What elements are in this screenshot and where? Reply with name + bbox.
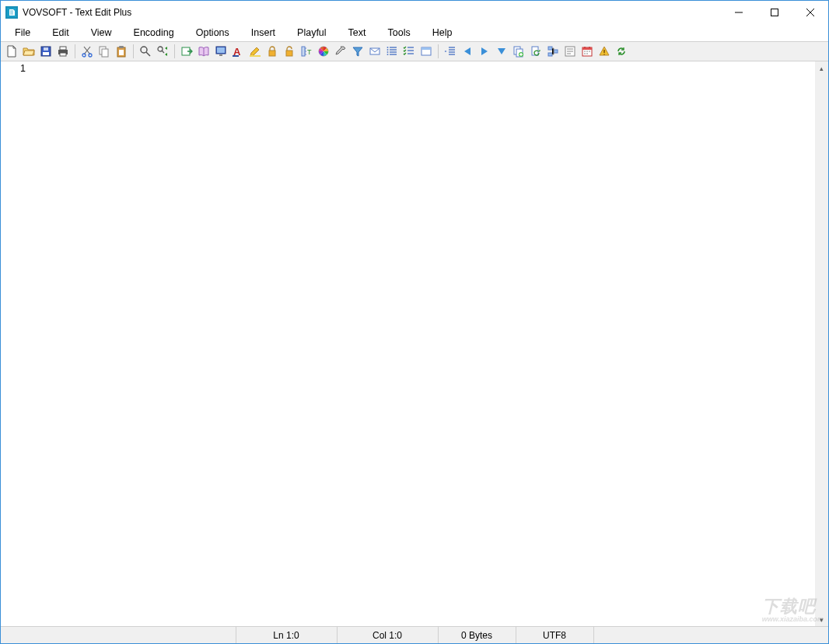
svg-rect-40 <box>548 47 552 50</box>
filter-icon[interactable] <box>350 44 366 59</box>
status-line: Ln 1:0 <box>236 627 337 643</box>
status-empty <box>1 627 236 643</box>
svg-rect-11 <box>102 49 108 57</box>
svg-rect-3 <box>43 52 49 55</box>
status-bytes: 0 Bytes <box>438 627 516 643</box>
lock-icon[interactable] <box>264 44 280 59</box>
toolbar-separator <box>75 44 75 58</box>
cut-icon[interactable] <box>79 44 95 59</box>
svg-text:T: T <box>307 48 312 56</box>
status-encoding: UTF8 <box>516 627 593 643</box>
editor-area: 1 ▴ ▾ 下载吧 www.xiazaiba.com <box>1 61 828 626</box>
svg-rect-26 <box>302 47 305 56</box>
calendar-icon[interactable] <box>579 44 595 59</box>
window-icon[interactable] <box>418 44 434 59</box>
ruler-icon[interactable]: T <box>299 44 314 59</box>
list-icon[interactable] <box>384 44 400 59</box>
app-icon <box>5 6 18 19</box>
text-editor[interactable] <box>32 61 815 626</box>
svg-point-15 <box>141 47 147 53</box>
svg-rect-25 <box>286 51 292 56</box>
eyedropper-icon[interactable] <box>333 44 348 59</box>
svg-rect-45 <box>582 47 592 50</box>
maximize-button[interactable] <box>757 1 792 24</box>
export-icon[interactable] <box>179 44 194 59</box>
svg-point-30 <box>387 47 389 48</box>
scroll-up-icon[interactable]: ▴ <box>815 61 828 75</box>
highlight-icon[interactable] <box>247 44 263 59</box>
svg-rect-41 <box>554 50 558 53</box>
right-arrow-icon[interactable] <box>477 44 492 59</box>
svg-rect-13 <box>119 46 124 48</box>
checklist-icon[interactable] <box>401 44 417 59</box>
save-icon[interactable] <box>38 44 54 59</box>
svg-point-9 <box>89 54 92 57</box>
svg-rect-14 <box>119 50 124 55</box>
menu-text[interactable]: Text <box>338 26 377 40</box>
svg-rect-42 <box>548 53 552 56</box>
status-bar: Ln 1:0 Col 1:0 0 Bytes UTF8 <box>1 626 828 643</box>
menu-encoding[interactable]: Encoding <box>123 26 185 40</box>
paste-icon[interactable] <box>114 44 129 59</box>
menu-view[interactable]: View <box>80 26 123 40</box>
svg-point-31 <box>387 49 389 51</box>
toolbar-separator <box>174 44 175 58</box>
monitor-icon[interactable] <box>213 44 229 59</box>
svg-point-8 <box>82 54 86 57</box>
down-arrow-icon[interactable] <box>494 44 509 59</box>
form-icon[interactable] <box>562 44 578 59</box>
print-icon[interactable] <box>55 44 71 59</box>
menu-tools[interactable]: Tools <box>377 26 421 40</box>
unlock-icon[interactable] <box>282 44 297 59</box>
indent-icon[interactable] <box>442 44 458 59</box>
menu-edit[interactable]: Edit <box>41 26 80 40</box>
svg-point-32 <box>387 51 389 53</box>
window-title: VOVSOFT - Text Edit Plus <box>23 7 131 18</box>
title-bar[interactable]: VOVSOFT - Text Edit Plus <box>1 1 828 24</box>
status-empty2 <box>593 627 829 643</box>
svg-rect-24 <box>269 51 275 56</box>
book-icon[interactable] <box>196 44 212 59</box>
vertical-scrollbar[interactable]: ▴ ▾ <box>815 61 828 626</box>
status-col: Col 1:0 <box>337 627 438 643</box>
scroll-track[interactable] <box>815 75 828 613</box>
find-icon[interactable] <box>138 44 153 59</box>
toolbar-separator <box>438 44 439 58</box>
font-icon[interactable]: A <box>230 44 246 59</box>
scroll-down-icon[interactable]: ▾ <box>815 613 828 626</box>
toolbar-separator <box>133 44 134 58</box>
refresh-icon[interactable] <box>614 44 629 59</box>
svg-rect-35 <box>421 47 431 50</box>
svg-rect-23 <box>250 55 261 57</box>
open-file-icon[interactable] <box>21 44 37 59</box>
svg-rect-6 <box>60 47 66 50</box>
mail-icon[interactable] <box>367 44 383 59</box>
svg-rect-1 <box>771 9 778 16</box>
svg-rect-22 <box>233 55 239 57</box>
svg-point-46 <box>603 54 605 55</box>
menu-file[interactable]: File <box>4 26 41 40</box>
left-arrow-icon[interactable] <box>460 44 475 59</box>
new-file-icon[interactable] <box>4 44 19 59</box>
app-window: VOVSOFT - Text Edit Plus File Edit View … <box>0 0 829 644</box>
copy-icon[interactable] <box>96 44 112 59</box>
menu-options[interactable]: Options <box>185 26 240 40</box>
line-number: 1 <box>1 63 26 74</box>
warning-icon[interactable] <box>596 44 612 59</box>
document-tree-icon[interactable] <box>545 44 561 59</box>
menu-bar: File Edit View Encoding Options Insert P… <box>1 24 828 41</box>
svg-rect-7 <box>60 53 66 56</box>
menu-help[interactable]: Help <box>421 26 463 40</box>
document-refresh-icon[interactable] <box>528 44 544 59</box>
color-wheel-icon[interactable] <box>316 44 331 59</box>
toolbar: A T <box>1 41 828 61</box>
svg-rect-4 <box>44 47 48 51</box>
close-button[interactable] <box>792 1 828 24</box>
menu-playful[interactable]: Playful <box>286 26 338 40</box>
menu-insert[interactable]: Insert <box>240 26 286 40</box>
minimize-button[interactable] <box>721 1 757 24</box>
svg-point-33 <box>387 54 389 55</box>
find-replace-icon[interactable] <box>155 44 170 59</box>
document-copy-icon[interactable] <box>511 44 526 59</box>
svg-rect-20 <box>219 54 222 56</box>
